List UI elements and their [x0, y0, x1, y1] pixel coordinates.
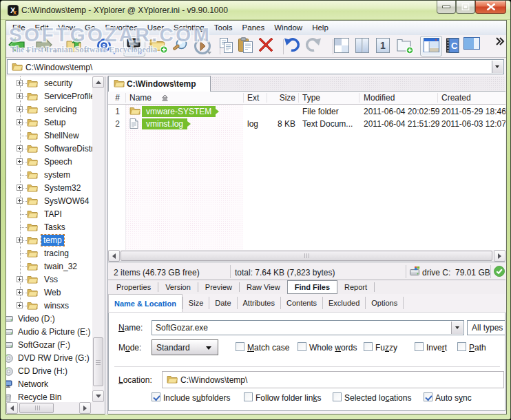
col-header-created[interactable]: Created [441, 93, 471, 103]
expand-plus-icon[interactable] [17, 119, 23, 125]
checkbox-match-case[interactable] [236, 342, 244, 351]
expand-plus-icon[interactable] [17, 145, 23, 151]
up-button[interactable] [65, 37, 83, 56]
subtab-contents[interactable]: Contents [281, 294, 322, 312]
tree-item-system32[interactable]: System32 [6, 182, 92, 195]
checkbox-label-invert[interactable]: Invert [426, 343, 447, 353]
menu-help[interactable]: Help [307, 21, 333, 35]
tree-hscroll-thumb[interactable] [19, 403, 54, 413]
subtab-attributes[interactable]: Attributes [238, 294, 280, 312]
checkbox-label-include-subfolders[interactable]: Include subfolders [163, 393, 230, 403]
scroll-left-button[interactable] [6, 402, 18, 414]
panel-tab-raw-view[interactable]: Raw View [240, 280, 287, 294]
tree-item-recycle-bin[interactable]: Recycle Bin [6, 391, 92, 402]
delete-button[interactable] [258, 37, 273, 54]
location-input[interactable]: C:\Windows\temp\ [162, 371, 504, 388]
panel-tab-report[interactable]: Report [337, 280, 374, 294]
checkbox-label-auto-sync[interactable]: Auto sync [435, 393, 472, 403]
minimize-button[interactable] [437, 1, 456, 14]
single-pane-button[interactable]: 1 [375, 37, 390, 56]
scroll-left-button[interactable] [108, 250, 120, 262]
list-hscroll-thumb[interactable] [121, 251, 492, 261]
tab-current-folder[interactable]: C:\Windows\temp [108, 76, 211, 92]
chevron-down-icon[interactable] [138, 52, 143, 54]
checkbox-label-selected-locations[interactable]: Selected locations [344, 393, 411, 403]
types-select[interactable]: All types [467, 320, 505, 335]
tree-item-softgozar-f-[interactable]: SoftGozar (F:) [6, 339, 92, 352]
expand-plus-icon[interactable] [17, 80, 23, 86]
close-button[interactable] [475, 1, 506, 14]
menu-file[interactable]: File [8, 21, 30, 35]
expand-plus-icon[interactable] [17, 185, 23, 191]
expand-plus-icon[interactable] [17, 198, 23, 204]
expand-plus-icon[interactable] [17, 237, 23, 243]
hotlist-button[interactable] [96, 37, 112, 56]
panel-tab-version[interactable]: Version [158, 280, 198, 294]
menu-go[interactable]: Go [80, 21, 100, 35]
expand-plus-icon[interactable] [17, 93, 23, 99]
col-header-size[interactable]: Size [269, 93, 295, 103]
subtab-date[interactable]: Date [209, 294, 236, 312]
chevron-down-icon[interactable] [54, 50, 58, 53]
subtab-name-location[interactable]: Name & Location [108, 294, 182, 312]
catalog-button[interactable]: C [446, 37, 459, 56]
paste-button[interactable] [238, 37, 253, 56]
maximize-button[interactable] [456, 1, 475, 14]
redo-button[interactable] [305, 37, 322, 54]
menu-scripting[interactable]: Scripting [169, 21, 209, 35]
tree-item-video-d-[interactable]: Video (D:) [6, 313, 92, 326]
chevron-down-icon[interactable] [207, 52, 211, 54]
checkbox-path[interactable] [457, 342, 466, 351]
checkbox-label-fuzzy[interactable]: Fuzzy [375, 343, 397, 353]
search-button[interactable] [171, 37, 189, 56]
menu-tools[interactable]: Tools [209, 21, 238, 35]
tree-item-tasks[interactable]: Tasks [6, 221, 92, 234]
tree-vscroll-thumb[interactable] [93, 337, 103, 386]
tree-item-vss[interactable]: Vss [6, 273, 92, 286]
toolbar-overflow-button[interactable] [495, 37, 505, 48]
col-header-modified[interactable]: Modified [364, 93, 395, 103]
tree-item-audio-picture-e-[interactable]: Audio & Picture (E:) [6, 326, 92, 339]
checkbox-label-match-case[interactable]: Match case [247, 343, 289, 353]
scroll-up-button[interactable] [92, 76, 104, 88]
file-row-vmware-system[interactable]: 1vmware-SYSTEMFile folder2011-06-04 20:0… [108, 105, 505, 118]
expand-plus-icon[interactable] [17, 289, 23, 295]
file-list-hscrollbar[interactable] [108, 250, 505, 262]
tree-item-web[interactable]: Web [6, 286, 92, 300]
subtab-options[interactable]: Options [366, 294, 403, 312]
tree-item-shellnew[interactable]: ShellNew [6, 129, 92, 143]
dual-pane-button[interactable] [333, 37, 350, 56]
checkbox-selected-locations[interactable] [333, 392, 342, 401]
tree-item-servicing[interactable]: servicing [6, 103, 92, 116]
forward-button[interactable] [35, 37, 53, 54]
chevron-down-icon[interactable] [84, 50, 88, 53]
tree-item-serviceprofiles[interactable]: ServiceProfiles [6, 90, 92, 103]
checkbox-label-path[interactable]: Path [469, 343, 486, 353]
panel-tab-properties[interactable]: Properties [110, 280, 158, 294]
preview-panel-button[interactable] [463, 37, 480, 52]
menu-view[interactable]: View [53, 21, 80, 35]
subtab-excluded[interactable]: Excluded [323, 294, 365, 312]
col-header-type[interactable]: Type [302, 93, 320, 103]
checkbox-label-whole-words[interactable]: Whole words [309, 343, 357, 353]
expand-plus-icon[interactable] [17, 106, 23, 112]
tree-item-temp[interactable]: temp [6, 234, 92, 247]
file-row-vminst-log[interactable]: 2vminst.loglog8 KBText Docum...2011-06-0… [108, 118, 505, 130]
expand-plus-icon[interactable] [17, 158, 23, 165]
chevron-down-icon[interactable] [112, 52, 116, 54]
tree-item-syswow64[interactable]: SysWOW64 [6, 195, 92, 208]
expand-plus-icon[interactable] [17, 276, 23, 282]
tree-item-speech[interactable]: Speech [6, 156, 92, 169]
checkbox-invert[interactable] [415, 342, 424, 351]
tree-item-setup[interactable]: Setup [6, 116, 92, 129]
col-header-ext[interactable]: Ext [247, 93, 259, 103]
address-bar-input[interactable]: C:\Windows\temp\ [7, 59, 504, 74]
name-input[interactable]: SoftGozar.exe [152, 320, 464, 335]
checkbox-include-subfolders[interactable] [152, 392, 160, 401]
undo-button[interactable] [283, 37, 300, 54]
chevron-down-icon[interactable] [26, 50, 30, 53]
copy-button[interactable] [218, 37, 235, 56]
checkbox-whole-words[interactable] [298, 342, 306, 351]
tree-item-dvd-rw-drive-g-[interactable]: DVD RW Drive (G:) [6, 352, 92, 365]
new-folder-button[interactable] [149, 37, 168, 56]
